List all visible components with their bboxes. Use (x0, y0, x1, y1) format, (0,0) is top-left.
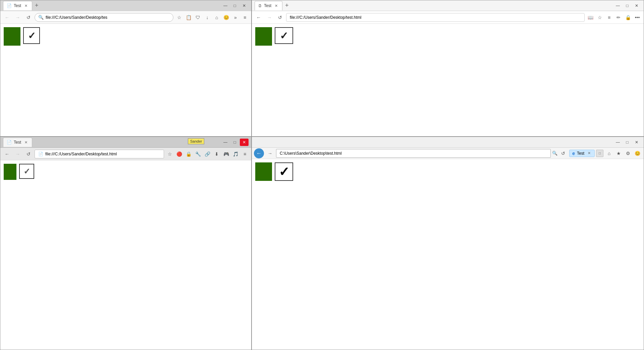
edge-reading-icon[interactable]: 📖 (586, 13, 595, 22)
firefox-menu-icon[interactable]: ≡ (240, 13, 249, 22)
ie-toolbar-right: ⌂ ★ ⚙ 😊 (605, 149, 642, 158)
edge-tab-close[interactable]: ✕ (273, 3, 279, 8)
edge-win-controls: — □ ✕ (613, 2, 641, 9)
ie-tab[interactable]: e Test ✕ (569, 150, 595, 157)
palemoon-forward[interactable]: → (13, 149, 22, 159)
firefox-pocket-icon[interactable]: 🛡 (194, 13, 202, 22)
palemoon-icon5[interactable]: 🔗 (203, 150, 212, 158)
edge-checkmark: ✓ (280, 30, 288, 42)
ie-tab-close[interactable]: ✕ (586, 151, 592, 156)
palemoon-tab-favicon: 📄 (7, 140, 12, 145)
firefox-emoji-icon[interactable]: 😊 (222, 13, 230, 22)
firefox-maximize[interactable]: □ (230, 2, 239, 9)
ie-search-icon[interactable]: 🔍 (552, 151, 557, 156)
edge-star-icon[interactable]: ☆ (595, 13, 604, 22)
edge-toolbar: 📖 ☆ ≡ ✏ 🔒 ••• (586, 13, 642, 22)
ie-titlebar: — □ ✕ (252, 137, 644, 148)
ie-star-icon[interactable]: ★ (614, 149, 623, 158)
edge-back[interactable]: ← (254, 13, 263, 22)
ie-maximize[interactable]: □ (623, 139, 632, 146)
palemoon-minimize[interactable]: — (221, 139, 230, 146)
ie-address-bar[interactable] (276, 149, 551, 158)
palemoon-icon6[interactable]: ⬇ (212, 150, 221, 158)
firefox-checkmark: ✓ (28, 30, 36, 41)
firefox-search-icon: 🔍 (38, 15, 44, 20)
palemoon-maximize[interactable]: □ (230, 139, 239, 146)
edge-forward[interactable]: → (265, 13, 274, 22)
edge-navbar: ← → ↺ 📖 ☆ ≡ ✏ 🔒 ••• (252, 11, 644, 24)
ie-close[interactable]: ✕ (632, 139, 641, 146)
firefox-minimize[interactable]: — (221, 2, 230, 9)
palemoon-icon3[interactable]: 🔒 (184, 150, 193, 158)
sander-tooltip: Sander (188, 138, 204, 144)
firefox-page-content: ✓ (0, 24, 251, 136)
firefox-green-square (4, 27, 20, 46)
ie-green-square (255, 162, 272, 181)
firefox-back[interactable]: ← (2, 13, 12, 22)
firefox-tab[interactable]: 📄 Test ✕ (3, 1, 32, 10)
edge-tab[interactable]: 🗋 Test ✕ (255, 1, 282, 10)
palemoon-icon7[interactable]: 🎮 (222, 150, 230, 158)
firefox-address-bar[interactable]: 🔍 (35, 13, 173, 22)
firefox-navbar: ← → ↺ 🔍 ☆ 📋 🛡 ↓ ⌂ 😊 » ≡ (0, 11, 251, 24)
palemoon-close[interactable]: ✕ (240, 139, 249, 146)
palemoon-menu[interactable]: ≡ (240, 150, 249, 158)
ie-search-area: 🔍 ↺ (552, 149, 568, 158)
ie-settings-icon[interactable]: ⚙ (624, 149, 632, 158)
ie-minimize[interactable]: — (613, 139, 622, 146)
firefox-window: 📄 Test ✕ + — □ ✕ ← → ↺ 🔍 ☆ 📋 🛡 ↓ ⌂ 😊 » ≡ (0, 0, 252, 137)
firefox-new-tab[interactable]: + (33, 2, 41, 9)
firefox-more-icon[interactable]: » (231, 13, 240, 22)
edge-minimize[interactable]: — (613, 2, 622, 9)
firefox-url-input[interactable] (46, 15, 170, 20)
firefox-titlebar: 📄 Test ✕ + — □ ✕ (0, 0, 251, 11)
firefox-toolbar: ☆ 📋 🛡 ↓ ⌂ 😊 » ≡ (175, 13, 249, 22)
firefox-tab-close[interactable]: ✕ (23, 3, 29, 8)
palemoon-star-icon[interactable]: ☆ (165, 150, 174, 158)
firefox-reload[interactable]: ↺ (24, 13, 33, 22)
edge-maximize[interactable]: □ (623, 2, 632, 9)
edge-address-bar[interactable] (286, 13, 585, 22)
firefox-bookmark-icon[interactable]: 📋 (184, 13, 193, 22)
edge-tools-icon[interactable]: ✏ (614, 13, 623, 22)
edge-page-content: ✓ (252, 24, 644, 136)
palemoon-icon2[interactable]: 🔴 (175, 150, 183, 158)
palemoon-url-input[interactable] (45, 152, 160, 156)
ie-reload-btn[interactable]: ↺ (558, 149, 568, 158)
palemoon-win-controls: — □ ✕ (221, 139, 249, 146)
ie-user-icon[interactable]: 😊 (633, 149, 642, 158)
ie-url-input[interactable] (280, 151, 547, 156)
edge-reload[interactable]: ↺ (275, 13, 285, 22)
ie-forward[interactable]: → (265, 149, 275, 158)
palemoon-icon4[interactable]: 🔧 (194, 150, 202, 158)
palemoon-icon8[interactable]: 🎵 (231, 150, 240, 158)
ie-back[interactable]: ← (254, 148, 264, 158)
ie-checkbox[interactable]: ✓ (275, 162, 293, 181)
edge-window: 🗋 Test ✕ + — □ ✕ ← → ↺ 📖 ☆ ≡ ✏ 🔒 ••• ✓ (252, 0, 644, 137)
edge-menu-icon[interactable]: ≡ (605, 13, 613, 22)
firefox-home-icon[interactable]: ⌂ (212, 13, 221, 22)
ie-home-icon[interactable]: ⌂ (605, 149, 613, 158)
ie-newtab-btn[interactable]: □ (596, 150, 603, 157)
palemoon-checkbox[interactable]: ✓ (19, 164, 34, 179)
edge-close[interactable]: ✕ (632, 2, 641, 9)
palemoon-reload[interactable]: ↺ (24, 149, 33, 159)
edge-green-square (255, 27, 272, 46)
firefox-star-icon[interactable]: ☆ (175, 13, 183, 22)
firefox-download-icon[interactable]: ↓ (203, 13, 212, 22)
palemoon-toolbar: ☆ 🔴 🔒 🔧 🔗 ⬇ 🎮 🎵 ≡ (165, 150, 249, 158)
firefox-forward[interactable]: → (13, 13, 22, 22)
ie-logo: e (572, 151, 575, 156)
edge-new-tab[interactable]: + (283, 2, 291, 9)
edge-more-icon[interactable]: ••• (633, 13, 642, 22)
firefox-close[interactable]: ✕ (240, 2, 249, 9)
palemoon-tab-close[interactable]: ✕ (23, 140, 29, 145)
edge-url-input[interactable] (290, 15, 581, 20)
edge-checkbox[interactable]: ✓ (275, 27, 293, 44)
firefox-checkbox[interactable]: ✓ (23, 27, 40, 44)
palemoon-tab[interactable]: 📄 Test ✕ (3, 138, 32, 147)
palemoon-back[interactable]: ← (2, 149, 12, 159)
palemoon-address-bar[interactable]: 📄 (35, 150, 164, 158)
edge-profile-icon[interactable]: 🔒 (624, 13, 632, 22)
ie-page-content: ✓ (252, 159, 644, 350)
